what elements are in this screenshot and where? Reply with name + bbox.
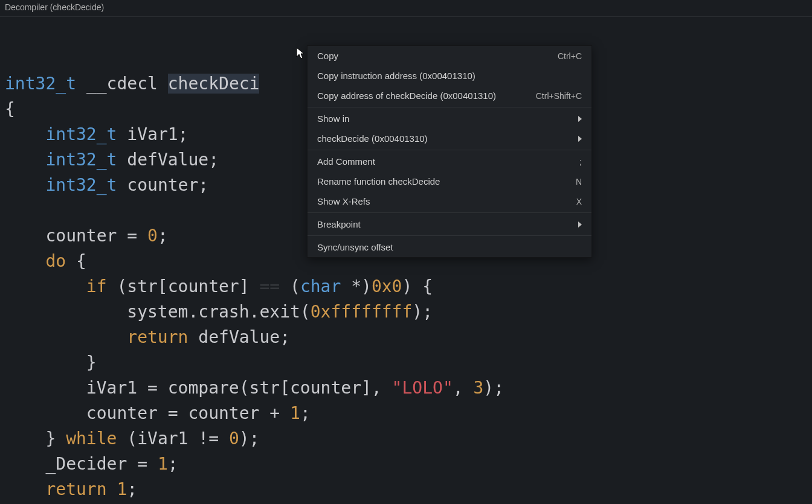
hex-ff: 0xffffffff (311, 302, 413, 322)
while-0: 0 (229, 429, 239, 448)
literal-1: 1 (290, 403, 300, 423)
menu-sync-label: Sync/unsync offset (317, 242, 393, 252)
semi3: ; (168, 454, 178, 474)
chevron-right-icon (578, 116, 582, 122)
cast-type: char (300, 276, 341, 296)
menu-add-comment-label: Add Comment (317, 156, 375, 167)
menu-rename-shortcut: N (576, 177, 582, 187)
decl3-name: counter; (117, 175, 208, 195)
cmp-close: ); (483, 378, 504, 398)
decl2-type: int32_t (45, 150, 117, 170)
menu-copy-shortcut: Ctrl+C (558, 51, 582, 61)
context-menu: Copy Ctrl+C Copy instruction address (0x… (307, 45, 592, 258)
cast-close: *) (341, 276, 372, 296)
menu-xrefs-shortcut: X (576, 197, 582, 206)
panel-title: Decompiler (checkDecide) (0, 0, 812, 17)
menu-copy-addr-label: Copy address of checkDecide (0x00401310) (317, 91, 496, 101)
while-keyword: while (66, 429, 117, 448)
if-close: } (86, 352, 97, 372)
menu-separator (308, 107, 591, 107)
semi: ; (158, 226, 168, 246)
return2-keyword: return (45, 479, 106, 499)
eq-op: == (259, 276, 280, 296)
menu-separator (308, 150, 591, 150)
menu-target-function[interactable]: checkDecide (0x00401310) (308, 129, 591, 148)
open-brace: { (5, 99, 15, 119)
return2-val: 1 (117, 479, 127, 499)
menu-separator (308, 235, 591, 236)
menu-show-xrefs[interactable]: Show X-Refs X (308, 191, 591, 211)
assign1-lhs: counter = (45, 226, 147, 246)
menu-rename-label: Rename function checkDecide (317, 176, 440, 187)
menu-add-comment[interactable]: Add Comment ; (308, 152, 591, 171)
if-cond-a: (str[counter] (107, 276, 260, 296)
decl3-type: int32_t (45, 175, 117, 195)
do-keyword: do (45, 251, 66, 271)
menu-show-in-label: Show in (317, 113, 349, 124)
return2-space (107, 479, 117, 499)
decider-lhs: _Decider = (45, 454, 157, 474)
return-val: defValue; (188, 327, 290, 347)
menu-sync-offset[interactable]: Sync/unsync offset (308, 237, 591, 257)
cast-open: ( (280, 276, 300, 296)
chevron-right-icon (578, 222, 582, 228)
while-cond-a: (iVar1 != (117, 429, 228, 448)
hex-0: 0x0 (372, 276, 402, 296)
menu-breakpoint[interactable]: Breakpoint (308, 214, 591, 234)
if-open: ) { (402, 276, 433, 296)
menu-separator (308, 212, 591, 213)
crash-close: ); (412, 302, 433, 322)
menu-copy[interactable]: Copy Ctrl+C (308, 46, 591, 66)
menu-breakpoint-label: Breakpoint (317, 219, 361, 229)
if-keyword: if (86, 276, 107, 296)
return-keyword: return (127, 327, 188, 347)
semi2: ; (300, 403, 311, 423)
menu-rename-function[interactable]: Rename function checkDecide N (308, 171, 591, 191)
chevron-right-icon (578, 136, 582, 142)
menu-xrefs-label: Show X-Refs (317, 196, 370, 206)
do-open: { (66, 251, 86, 271)
decl2-name: defValue; (117, 150, 219, 170)
semi4: ; (127, 479, 137, 499)
cmp-line: iVar1 = compare(str[counter], (86, 378, 392, 398)
decider-1: 1 (158, 454, 168, 474)
inc-lhs: counter = counter + (86, 403, 290, 423)
string-literal: "LOLO" (392, 378, 453, 398)
menu-copy-label: Copy (317, 51, 338, 61)
menu-copy-instruction-address[interactable]: Copy instruction address (0x00401310) (308, 66, 591, 86)
literal-3: 3 (473, 378, 483, 398)
menu-copy-address-of[interactable]: Copy address of checkDecide (0x00401310)… (308, 86, 591, 106)
menu-show-in[interactable]: Show in (308, 109, 591, 129)
decl1-type: int32_t (45, 124, 117, 144)
menu-copy-instr-label: Copy instruction address (0x00401310) (317, 71, 475, 81)
menu-add-comment-shortcut: ; (579, 157, 582, 167)
menu-copy-addr-shortcut: Ctrl+Shift+C (536, 91, 582, 101)
crash-call: system.crash.exit( (127, 302, 310, 322)
decl1-name: iVar1; (117, 124, 188, 144)
while-close: ); (239, 429, 260, 448)
return-type: int32_t (5, 74, 76, 94)
calling-convention: __cdecl (86, 74, 158, 94)
comma: , (453, 378, 474, 398)
menu-target-label: checkDecide (0x00401310) (317, 133, 428, 144)
literal-0: 0 (147, 226, 158, 246)
do-close: } (45, 429, 66, 448)
function-name[interactable]: checkDeci (168, 74, 260, 94)
